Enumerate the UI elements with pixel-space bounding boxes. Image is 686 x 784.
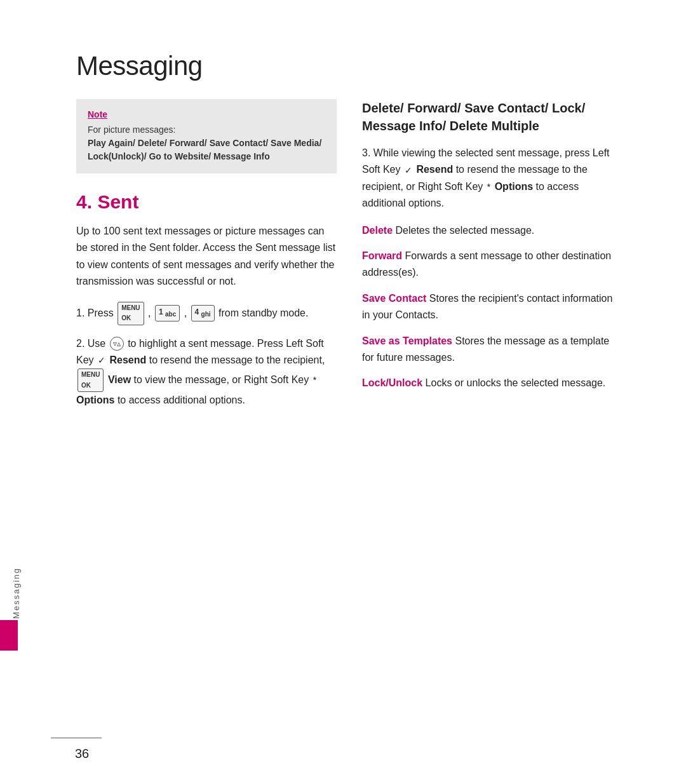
sidebar: Messaging [0, 0, 38, 784]
intro-paragraph: Up to 100 sent text messages or picture … [76, 223, 337, 290]
step2-line5: to access additional options. [118, 395, 245, 405]
step1-sep2: , [184, 307, 187, 318]
step2-line1: 2. Use [76, 338, 105, 349]
step2-view: View [108, 374, 131, 385]
left-column: Note For picture messages: Play Again/ D… [76, 99, 337, 419]
section-title: Sent [97, 191, 138, 212]
step2-line4: to view the message, or Right Soft Key [134, 374, 309, 385]
def-save-as: Save as Templates Stores the message as … [362, 333, 622, 367]
step-2: 2. Use ▿▵ to highlight a sent message. P… [76, 335, 337, 409]
soft-key-right-icon-2: * [313, 373, 316, 388]
main-content: Messaging Note For picture messages: Pla… [38, 38, 648, 445]
soft-key-right-icon-3: * [487, 180, 490, 194]
term-save-as-label: Save as Templates [362, 335, 452, 346]
page-divider [51, 738, 102, 739]
step3-resend: Resend [416, 164, 453, 175]
section-heading: 4. Sent [76, 191, 337, 213]
nav-key-icon: ▿▵ [110, 337, 124, 351]
step-1: 1. Press MENUOK , 1 abc , 4 ghi from sta… [76, 302, 337, 325]
step-3: 3. While viewing the selected sent messa… [362, 145, 622, 212]
page-title: Messaging [76, 51, 622, 81]
right-column: Delete/ Forward/ Save Contact/ Lock/ Mes… [362, 99, 622, 419]
def-lock-text: Locks or unlocks the selected message. [426, 377, 606, 388]
step2-options: Options [76, 395, 114, 405]
sidebar-label: Messaging [11, 567, 21, 619]
note-box: Note For picture messages: Play Again/ D… [76, 99, 337, 173]
soft-key-left-icon-2: ✓ [98, 353, 105, 368]
term-delete-label: Delete [362, 225, 393, 236]
note-text-line1: For picture messages: [88, 125, 176, 135]
term-forward-label: Forward [362, 250, 402, 261]
def-delete-text: Deletes the selected message. [395, 225, 534, 236]
step3-options: Options [495, 181, 533, 192]
def-forward: Forward Forwards a sent message to other… [362, 248, 622, 281]
note-text-bold: Play Again/ Delete/ Forward/ Save Contac… [88, 138, 321, 161]
page-number: 36 [75, 747, 89, 761]
step1-suffix: from standby mode. [219, 307, 308, 318]
note-label: Note [88, 109, 325, 119]
key-4: 4 ghi [191, 305, 215, 321]
def-save-contact: Save Contact Stores the recipient's cont… [362, 290, 622, 324]
step2-resend: Resend [109, 355, 146, 365]
sidebar-bar [0, 620, 18, 651]
step2-line3: to resend the message to the recipient, [149, 355, 325, 365]
right-column-heading: Delete/ Forward/ Save Contact/ Lock/ Mes… [362, 99, 622, 135]
term-lock-label: Lock/Unlock [362, 377, 422, 388]
menu-ok-key-2: MENUOK [77, 368, 104, 392]
section-number: 4. [76, 191, 92, 212]
key-1: 1 abc [155, 305, 180, 321]
soft-key-left-icon-3: ✓ [405, 163, 412, 178]
step1-prefix: 1. Press [76, 307, 114, 318]
note-text: For picture messages: Play Again/ Delete… [88, 123, 325, 163]
step1-sep1: , [148, 307, 151, 318]
term-save-contact-label: Save Contact [362, 293, 426, 304]
menu-ok-key-1: MENUOK [118, 302, 144, 325]
def-lock: Lock/Unlock Locks or unlocks the selecte… [362, 375, 622, 391]
two-column-layout: Note For picture messages: Play Again/ D… [76, 99, 622, 419]
def-delete: Delete Deletes the selected message. [362, 222, 622, 239]
